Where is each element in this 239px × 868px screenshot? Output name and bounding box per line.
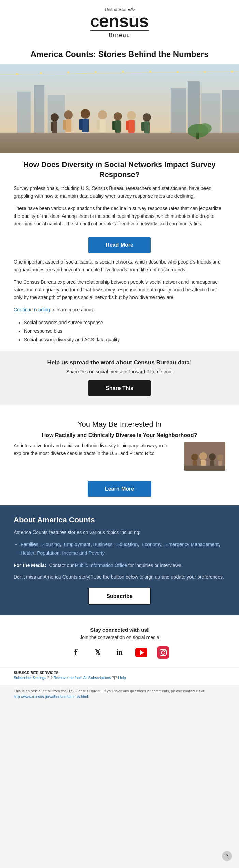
share-box-subtitle: Share this on social media or forward it…	[14, 369, 225, 374]
subscriber-settings-link[interactable]: Subscriber Settings	[14, 676, 46, 680]
remove-subscriptions-link[interactable]: Remove me from All Subscriptions	[54, 676, 111, 680]
social-icons-row: f 𝕏 in	[14, 645, 225, 660]
topic-employment-link[interactable]: Employment	[64, 542, 90, 547]
svg-rect-13	[65, 119, 71, 132]
about-description: America Counts features stories on vario…	[14, 528, 225, 536]
svg-point-33	[67, 71, 69, 73]
learn-more-button[interactable]: Learn More	[88, 481, 151, 497]
svg-point-35	[122, 71, 124, 73]
read-more-container: Read More	[0, 232, 239, 258]
topic-population-link[interactable]: Population	[37, 550, 59, 556]
svg-point-27	[143, 113, 151, 121]
svg-rect-19	[99, 119, 106, 132]
topic-health-link[interactable]: Health	[20, 550, 34, 556]
svg-point-18	[98, 110, 107, 119]
about-media-text: For the Media: Contact our Public Inform…	[14, 562, 225, 569]
read-more-button[interactable]: Read More	[88, 237, 151, 253]
subscriber-services-label: SUBSCRIBER SERVICES:	[14, 671, 225, 675]
svg-point-58	[165, 650, 166, 651]
about-box: About America Counts America Counts feat…	[0, 505, 239, 615]
svg-point-36	[149, 71, 151, 73]
learn-more-container: Learn More	[0, 476, 239, 502]
about-topics-list: Families, Housing, Employment, Business,…	[14, 540, 225, 557]
share-box: Help us spread the word about Census Bur…	[0, 351, 239, 405]
continue-reading-para: Continue reading to learn more about:	[0, 306, 239, 313]
article1-para2: There have been various explanations for…	[0, 205, 239, 227]
email-header: United States® Census Bureau	[0, 0, 239, 42]
svg-point-31	[16, 73, 18, 75]
about-dont-miss-text: Don't miss an America Counts story!?Use …	[14, 573, 225, 581]
topic-education-link[interactable]: Education	[116, 542, 138, 547]
svg-rect-28	[144, 121, 150, 133]
for-media-label: For the Media:	[14, 563, 46, 568]
svg-rect-14	[63, 120, 66, 130]
contact-link[interactable]: http://www.census.gov/about/contact-us.h…	[14, 694, 88, 699]
about-title: About America Counts	[14, 515, 225, 524]
svg-rect-1	[17, 92, 31, 133]
about-topic-item: Families, Housing, Employment, Business,…	[20, 540, 225, 557]
svg-rect-55	[157, 646, 169, 659]
topic-business-link[interactable]: Business	[93, 542, 112, 547]
topic-emergency-link[interactable]: Emergency Management	[165, 542, 219, 547]
you-may-title: You May Be Interested In	[0, 411, 239, 432]
instagram-icon[interactable]	[156, 645, 171, 660]
svg-point-24	[127, 111, 136, 120]
svg-point-50	[217, 454, 223, 461]
hero-image	[0, 64, 239, 153]
svg-point-21	[114, 112, 122, 120]
linkedin-icon[interactable]: in	[112, 645, 127, 660]
svg-rect-16	[82, 119, 89, 132]
bullet-item-2: Nonresponse bias	[24, 327, 225, 335]
svg-point-46	[199, 452, 207, 460]
svg-point-37	[177, 71, 179, 73]
subscribe-button[interactable]: Subscribe	[88, 588, 150, 605]
bullet-list: Social networks and survey response Nonr…	[0, 318, 239, 344]
svg-point-48	[209, 453, 216, 460]
svg-rect-7	[222, 90, 239, 133]
public-info-office-link[interactable]: Public Information Office	[75, 563, 127, 568]
topic-families-link[interactable]: Families	[20, 542, 38, 547]
article1-para4: The Census Bureau explored the relations…	[0, 278, 239, 301]
logo-census: Census	[90, 12, 149, 30]
svg-rect-20	[97, 120, 100, 130]
topic-housing-link[interactable]: Housing	[42, 542, 60, 547]
interest-article-image	[184, 442, 225, 471]
svg-rect-42	[196, 133, 199, 139]
disclaimer-text: This is an official email from the U.S. …	[0, 685, 239, 705]
hero-svg	[0, 64, 239, 153]
svg-rect-25	[128, 120, 135, 133]
subscriber-links-row: Subscriber Settings ?|? Remove me from A…	[14, 676, 225, 680]
svg-point-12	[64, 110, 73, 119]
facebook-icon[interactable]: f	[68, 645, 83, 660]
svg-point-15	[81, 109, 90, 119]
subscriber-separator1: ?|?	[47, 676, 53, 680]
topic-economy-link[interactable]: Economy	[142, 542, 161, 547]
subscribe-btn-container: Subscribe	[14, 588, 225, 605]
topic-income-link[interactable]: Income and Poverty	[62, 550, 105, 556]
twitter-icon[interactable]: 𝕏	[90, 645, 105, 660]
svg-point-38	[204, 71, 206, 73]
continue-reading-link[interactable]: Continue reading	[14, 307, 50, 312]
about-label: About	[14, 515, 37, 524]
interest-article: How Racially and Ethnically Diverse Is Y…	[0, 432, 239, 476]
article1-title: How Does Diversity in Social Networks Im…	[0, 153, 239, 184]
svg-rect-29	[141, 122, 144, 131]
article1-para1: Survey professionals, including U.S. Cen…	[0, 184, 239, 200]
svg-point-32	[40, 72, 42, 74]
logo-c: C	[90, 16, 99, 30]
about-america-counts-link[interactable]: America Counts	[37, 515, 95, 524]
logo-bureau: Bureau	[90, 30, 149, 39]
svg-rect-2	[34, 85, 44, 133]
youtube-icon[interactable]	[134, 645, 149, 660]
svg-rect-11	[51, 122, 53, 131]
svg-point-41	[198, 123, 212, 134]
email-wrapper: United States® Census Bureau America Cou…	[0, 0, 239, 705]
share-this-button[interactable]: Share This	[88, 380, 151, 396]
svg-point-34	[95, 71, 97, 73]
subscriber-separator2: ?|?	[112, 676, 118, 680]
stay-connected-label: Stay connected with us!	[14, 627, 225, 633]
svg-rect-17	[79, 119, 83, 130]
newsletter-main-title: America Counts: Stories Behind the Numbe…	[0, 42, 239, 64]
svg-point-39	[231, 71, 233, 73]
help-link[interactable]: Help	[118, 676, 126, 680]
